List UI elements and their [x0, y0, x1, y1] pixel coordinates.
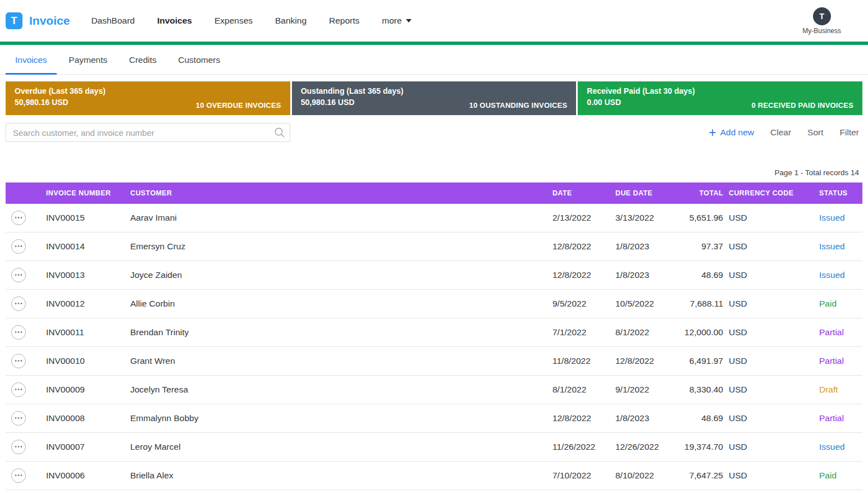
status-badge: Issued	[815, 213, 862, 223]
summary-card-count: 10 OVERDUE INVOICES	[196, 101, 281, 111]
date-cell: 7/1/2022	[548, 327, 611, 337]
date-cell: 7/10/2022	[548, 471, 611, 481]
total-cell: 7,688.11	[674, 299, 723, 309]
invoice-number-cell: INV00012	[40, 299, 125, 309]
ellipsis-icon: •••	[14, 473, 24, 478]
invoice-number-cell: INV00011	[40, 327, 125, 337]
invoice-number-cell: INV00013	[40, 270, 125, 280]
date-cell: 2/13/2022	[548, 213, 611, 223]
status-badge: Issued	[815, 241, 862, 252]
total-cell: 12,000.00	[674, 327, 723, 337]
avatar[interactable]: T	[813, 7, 831, 25]
plus-icon: +	[709, 127, 716, 138]
due-date-cell: 12/8/2022	[611, 356, 674, 366]
account-menu[interactable]: T My-Business	[802, 7, 841, 35]
date-cell: 8/1/2022	[548, 385, 611, 395]
total-cell: 48.69	[674, 270, 723, 280]
column-header-date: DATE	[548, 189, 611, 197]
status-badge: Draft	[815, 385, 862, 395]
summary-card[interactable]: Overdue (Last 365 days) 50,980.16 USD 10…	[6, 81, 290, 115]
currency-cell: USD	[723, 356, 815, 366]
due-date-cell: 1/8/2023	[611, 413, 674, 423]
due-date-cell: 1/8/2023	[611, 270, 674, 280]
nav-item[interactable]: DashBoard	[91, 16, 135, 26]
date-cell: 11/26/2022	[548, 442, 611, 452]
row-actions-cell: •••	[6, 211, 40, 225]
toolbar: + Add new Clear Sort Filter	[6, 123, 862, 142]
table-row: ••• INV00011 Brendan Trinity 7/1/2022 8/…	[6, 318, 862, 347]
date-cell: 12/8/2022	[548, 270, 611, 280]
row-actions-button[interactable]: •••	[11, 354, 26, 368]
app-header: T Invoice DashBoard Invoices Expenses Ba…	[0, 0, 868, 42]
nav-item-more[interactable]: more	[382, 16, 411, 26]
currency-cell: USD	[723, 413, 815, 423]
tab[interactable]: Invoices	[6, 55, 57, 75]
row-actions-button[interactable]: •••	[11, 325, 26, 340]
due-date-cell: 3/13/2022	[611, 213, 674, 223]
summary-card[interactable]: Oustanding (Last 365 days) 50,980.16 USD…	[292, 81, 577, 115]
date-cell: 12/8/2022	[548, 413, 611, 423]
sort-button[interactable]: Sort	[807, 127, 823, 138]
app-logo-icon[interactable]: T	[6, 12, 22, 29]
currency-cell: USD	[723, 327, 815, 337]
filter-button[interactable]: Filter	[840, 127, 859, 138]
row-actions-button[interactable]: •••	[11, 382, 26, 397]
total-cell: 7,647.25	[674, 471, 723, 481]
invoice-number-cell: INV00008	[40, 413, 125, 423]
customer-cell: Joyce Zaiden	[125, 270, 548, 280]
summary-card-amount: 50,980.16 USD	[301, 98, 404, 107]
tab[interactable]: Customers	[168, 55, 230, 73]
summary-card[interactable]: Received Paid (Last 30 days) 0.00 USD 0 …	[578, 81, 862, 115]
nav-item[interactable]: Banking	[275, 16, 307, 26]
add-new-button[interactable]: + Add new	[709, 127, 754, 138]
date-cell: 9/5/2022	[548, 299, 611, 309]
clear-button[interactable]: Clear	[770, 127, 791, 138]
row-actions-cell: •••	[6, 468, 40, 483]
customer-cell: Emersyn Cruz	[125, 241, 548, 252]
date-cell: 12/8/2022	[548, 241, 611, 252]
nav-item[interactable]: Reports	[329, 16, 359, 26]
summary-card-title: Overdue (Last 365 days)	[15, 86, 106, 95]
main-nav: DashBoard Invoices Expenses Banking Repo…	[91, 16, 433, 26]
currency-cell: USD	[723, 241, 815, 252]
nav-item[interactable]: Expenses	[214, 16, 253, 26]
status-badge: Paid	[815, 471, 862, 481]
total-cell: 19,374.70	[674, 442, 723, 452]
row-actions-button[interactable]: •••	[11, 440, 26, 454]
customer-cell: Leroy Marcel	[125, 442, 548, 452]
customer-cell: Aarav Imani	[125, 213, 548, 223]
ellipsis-icon: •••	[14, 272, 24, 278]
row-actions-button[interactable]: •••	[11, 468, 26, 483]
row-actions-cell: •••	[6, 268, 40, 282]
nav-item[interactable]: Invoices	[157, 16, 192, 26]
customer-cell: Briella Alex	[125, 471, 548, 481]
currency-cell: USD	[723, 442, 815, 452]
pagination-summary: Page 1 - Total records 14	[0, 168, 859, 177]
status-badge: Issued	[815, 442, 862, 452]
row-actions-button[interactable]: •••	[11, 211, 26, 225]
currency-cell: USD	[723, 213, 815, 223]
row-actions-cell: •••	[6, 382, 40, 397]
row-actions-button[interactable]: •••	[11, 268, 26, 282]
summary-card-text: Oustanding (Last 365 days) 50,980.16 USD	[301, 86, 404, 111]
status-badge: Partial	[815, 413, 862, 423]
row-actions-button[interactable]: •••	[11, 411, 26, 426]
row-actions-button[interactable]: •••	[11, 239, 26, 254]
row-actions-cell: •••	[6, 411, 40, 426]
ellipsis-icon: •••	[14, 444, 24, 450]
tab[interactable]: Payments	[59, 55, 117, 73]
search-box	[6, 123, 290, 142]
date-cell: 11/8/2022	[548, 356, 611, 366]
table-header-row: INVOICE NUMBER CUSTOMER DATE DUE DATE TO…	[6, 182, 862, 204]
ellipsis-icon: •••	[14, 387, 24, 392]
search-icon[interactable]	[274, 127, 285, 140]
table-row: ••• INV00006 Briella Alex 7/10/2022 8/10…	[6, 462, 862, 490]
row-actions-button[interactable]: •••	[11, 296, 26, 311]
search-input[interactable]	[6, 123, 290, 142]
ellipsis-icon: •••	[14, 301, 24, 307]
total-cell: 97.37	[674, 241, 723, 252]
customer-cell: Allie Corbin	[125, 299, 548, 309]
column-header-status: STATUS	[815, 189, 862, 197]
tab[interactable]: Credits	[120, 55, 166, 73]
row-actions-cell: •••	[6, 440, 40, 454]
